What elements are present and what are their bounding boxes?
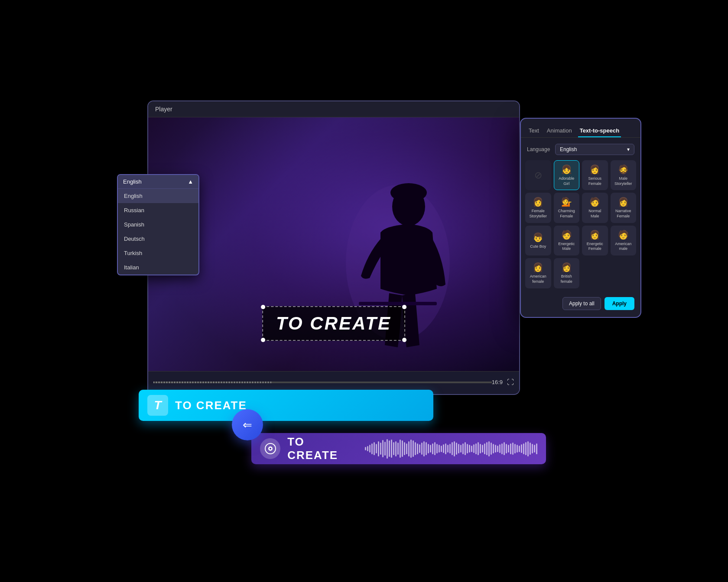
handle-bottom-left xyxy=(261,338,265,342)
tab-animation[interactable]: Animation xyxy=(545,125,574,137)
svg-point-3 xyxy=(390,183,427,202)
voice-card-american-female[interactable]: 👩 American female xyxy=(525,258,551,288)
lang-option-russian[interactable]: Russian xyxy=(118,203,198,217)
cute-boy-icon: 👦 xyxy=(533,232,543,242)
apply-all-button[interactable]: Apply to all xyxy=(562,297,601,310)
no-voice-icon: ⊘ xyxy=(534,170,542,181)
charming-female-label: Charming Female xyxy=(556,209,578,219)
main-scene: Player xyxy=(104,74,624,508)
male-storyteller-label: Male Storyteller xyxy=(613,176,634,186)
american-female-icon: 👩 xyxy=(533,262,543,272)
voice-card-male-storyteller[interactable]: 🧔 Male Storyteller xyxy=(611,160,637,190)
tts-actions: Apply to all Apply xyxy=(521,292,640,310)
narrative-female-label: Narrative Female xyxy=(613,209,634,219)
voice-card-female-storyteller[interactable]: 👩 Female Storyteller xyxy=(525,193,551,223)
tts-language-select[interactable]: English ▾ xyxy=(555,144,634,155)
player-window: Player xyxy=(147,100,520,395)
language-label: Language xyxy=(527,146,551,152)
serious-female-icon: 👩 xyxy=(589,164,600,175)
energetic-female-icon: 👩 xyxy=(589,230,600,240)
apply-button[interactable]: Apply xyxy=(604,297,634,310)
tts-language-row: Language English ▾ xyxy=(521,144,640,155)
player-title: Player xyxy=(155,106,172,113)
handle-top-right xyxy=(402,305,406,309)
language-dropdown[interactable]: English ▲ English Russian Spanish Deutsc… xyxy=(117,174,199,275)
player-content: TO CREATE 16:9 ⛶ xyxy=(148,117,519,393)
charming-female-icon: 💁 xyxy=(561,197,572,207)
convert-arrow-button[interactable]: ⇐ xyxy=(232,409,263,440)
energetic-male-icon: 🧑 xyxy=(561,230,572,240)
text-track-bar[interactable]: T TO CREATE xyxy=(139,390,433,421)
voice-card-british-female[interactable]: 👩 British female xyxy=(554,258,580,288)
cute-boy-label: Cute Boy xyxy=(530,244,546,249)
female-storyteller-label: Female Storyteller xyxy=(527,209,549,219)
energetic-female-label: Energetic Female xyxy=(584,242,606,252)
voice-card-charming-female[interactable]: 💁 Charming Female xyxy=(554,193,580,223)
arrow-icon: ⇐ xyxy=(243,418,252,432)
female-storyteller-icon: 👩 xyxy=(533,197,543,207)
tts-language-value: English xyxy=(560,146,577,152)
language-selected-value: English xyxy=(123,178,142,185)
normal-male-icon: 🧑 xyxy=(589,197,600,207)
voice-card-narrative-female[interactable]: 👩 Narrative Female xyxy=(611,193,637,223)
lang-option-italian[interactable]: Italian xyxy=(118,260,198,275)
glow-background xyxy=(148,117,519,393)
handle-top-left xyxy=(261,305,265,309)
male-storyteller-icon: 🧔 xyxy=(618,164,629,175)
audio-track-text: TO CREATE xyxy=(287,435,358,462)
dropdown-arrow-icon: ▲ xyxy=(188,178,193,185)
language-dropdown-header[interactable]: English ▲ xyxy=(118,175,198,189)
svg-point-6 xyxy=(270,448,271,449)
audio-track-bar[interactable]: TO CREATE // Waveform bars will be injec… xyxy=(251,433,546,464)
handle-bottom-right xyxy=(402,338,406,342)
fullscreen-icon[interactable]: ⛶ xyxy=(507,378,514,386)
normal-male-label: Normal Male xyxy=(584,209,606,219)
voice-card-serious-female[interactable]: 👩 Serious Female xyxy=(582,160,608,190)
timeline-track[interactable] xyxy=(153,382,492,383)
video-overlay-text: TO CREATE xyxy=(276,313,391,333)
serious-female-label: Serious Female xyxy=(584,176,606,186)
voice-card-energetic-female[interactable]: 👩 Energetic Female xyxy=(582,226,608,255)
voices-grid: ⊘ 👧 Adorable Girl 👩 Serious Female 🧔 Mal… xyxy=(521,160,640,288)
tts-tabs: Text Animation Text-to-speech xyxy=(521,119,640,138)
lang-option-english[interactable]: English xyxy=(118,189,198,203)
player-titlebar: Player xyxy=(148,101,519,117)
lang-option-deutsch[interactable]: Deutsch xyxy=(118,232,198,246)
tab-text-to-speech[interactable]: Text-to-speech xyxy=(578,125,621,137)
tts-language-chevron-icon: ▾ xyxy=(627,146,630,152)
timeline-progress xyxy=(153,382,272,383)
british-female-label: British female xyxy=(556,274,578,284)
voice-card-adorable-girl[interactable]: 👧 Adorable Girl xyxy=(554,160,580,190)
video-text-overlay[interactable]: TO CREATE xyxy=(262,306,405,341)
energetic-male-label: Energetic Male xyxy=(556,242,578,252)
lang-option-spanish[interactable]: Spanish xyxy=(118,217,198,232)
voice-card-american-male[interactable]: 🧑 American male xyxy=(611,226,637,255)
tts-panel: Text Animation Text-to-speech Language E… xyxy=(520,118,641,318)
svg-rect-2 xyxy=(359,302,437,305)
text-track-text: TO CREATE xyxy=(175,399,247,412)
audio-track-icon xyxy=(260,438,280,459)
lang-option-turkish[interactable]: Turkish xyxy=(118,246,198,260)
text-track-icon: T xyxy=(147,395,168,416)
adorable-girl-label: Adorable Girl xyxy=(556,176,578,186)
voice-card-none[interactable]: ⊘ xyxy=(525,160,551,190)
british-female-icon: 👩 xyxy=(561,262,572,272)
ratio-display: 16:9 xyxy=(492,379,503,385)
american-male-icon: 🧑 xyxy=(618,230,629,240)
voice-card-normal-male[interactable]: 🧑 Normal Male xyxy=(582,193,608,223)
adorable-girl-icon: 👧 xyxy=(561,164,572,175)
tab-text[interactable]: Text xyxy=(527,125,541,137)
american-female-label: American female xyxy=(527,274,549,284)
voice-card-energetic-male[interactable]: 🧑 Energetic Male xyxy=(554,226,580,255)
voice-card-cute-boy[interactable]: 👦 Cute Boy xyxy=(525,226,551,255)
american-male-label: American male xyxy=(613,242,634,252)
narrative-female-icon: 👩 xyxy=(618,197,629,207)
audio-waveform: // Waveform bars will be injected by JS … xyxy=(365,433,537,464)
